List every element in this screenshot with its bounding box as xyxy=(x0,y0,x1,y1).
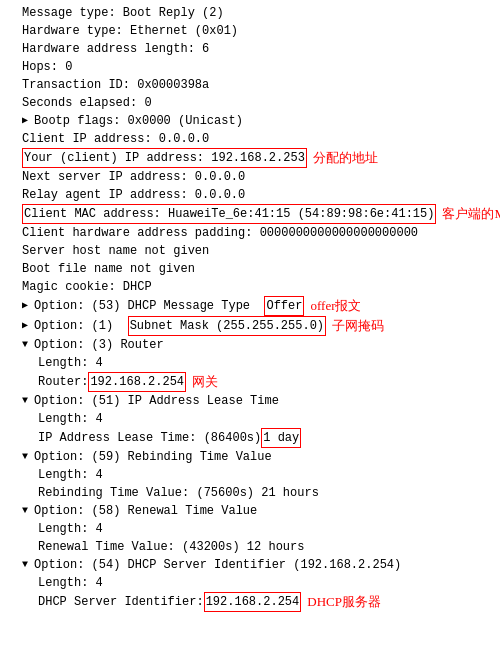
line-renewal-value: Renewal Time Value: (43200s) 12 hours xyxy=(6,538,494,556)
option-1-prefix: Option: (1) xyxy=(34,317,128,335)
line-relay-agent: Relay agent IP address: 0.0.0.0 xyxy=(6,186,494,204)
line-boot-file: Boot file name not given xyxy=(6,260,494,278)
line-text: Seconds elapsed: 0 xyxy=(22,94,152,112)
line-hops: Hops: 0 xyxy=(6,58,494,76)
option-3-text: Option: (3) Router xyxy=(34,336,164,354)
expand-arrow-53[interactable] xyxy=(22,297,34,315)
highlight-subnet: Subnet Mask (255.255.255.0) xyxy=(128,316,326,336)
line-seconds: Seconds elapsed: 0 xyxy=(6,94,494,112)
line-your-ip: Your (client) IP address: 192.168.2.253 … xyxy=(6,148,494,168)
line-text: Hardware type: Ethernet (0x01) xyxy=(22,22,238,40)
expand-arrow-3[interactable] xyxy=(22,336,34,354)
annotation-subnet: 子网掩码 xyxy=(332,317,384,335)
line-text: Transaction ID: 0x0000398a xyxy=(22,76,209,94)
line-hw-padding: Client hardware address padding: 0000000… xyxy=(6,224,494,242)
line-text: Length: 4 xyxy=(38,520,103,538)
highlight-client-mac: Client MAC address: HuaweiTe_6e:41:15 (5… xyxy=(22,204,436,224)
line-router-length: Length: 4 xyxy=(6,354,494,372)
highlight-lease-day: 1 day xyxy=(261,428,301,448)
line-client-ip: Client IP address: 0.0.0.0 xyxy=(6,130,494,148)
line-message-type: Message type: Boot Reply (2) xyxy=(6,4,494,22)
expand-arrow-51[interactable] xyxy=(22,392,34,410)
annotation-client-mac: 客户端的MAC地址 xyxy=(442,205,500,223)
line-server-id-value: DHCP Server Identifier: 192.168.2.254 DH… xyxy=(6,592,494,612)
expand-arrow[interactable] xyxy=(22,112,34,130)
line-text: Magic cookie: DHCP xyxy=(22,278,152,296)
annotation-offer: offer报文 xyxy=(310,297,361,315)
highlight-router: 192.168.2.254 xyxy=(88,372,186,392)
line-text: Hardware address length: 6 xyxy=(22,40,209,58)
highlight-offer: Offer xyxy=(264,296,304,316)
line-text: Rebinding Time Value: (75600s) 21 hours xyxy=(38,484,319,502)
line-option-54[interactable]: Option: (54) DHCP Server Identifier (192… xyxy=(6,556,494,574)
line-option-58[interactable]: Option: (58) Renewal Time Value xyxy=(6,502,494,520)
line-text: Bootp flags: 0x0000 (Unicast) xyxy=(34,112,243,130)
annotation-gateway: 网关 xyxy=(192,373,218,391)
line-magic-cookie: Magic cookie: DHCP xyxy=(6,278,494,296)
annotation-assigned-address: 分配的地址 xyxy=(313,149,378,167)
line-hardware-type: Hardware type: Ethernet (0x01) xyxy=(6,22,494,40)
expand-arrow-1[interactable] xyxy=(22,317,34,335)
option-54-text: Option: (54) DHCP Server Identifier (192… xyxy=(34,556,401,574)
line-rebinding-value: Rebinding Time Value: (75600s) 21 hours xyxy=(6,484,494,502)
line-option-3[interactable]: Option: (3) Router xyxy=(6,336,494,354)
line-text: Length: 4 xyxy=(38,410,103,428)
line-text: Hops: 0 xyxy=(22,58,72,76)
option-53-prefix: Option: (53) DHCP Message Type xyxy=(34,297,264,315)
expand-arrow-54[interactable] xyxy=(22,556,34,574)
line-server-hostname: Server host name not given xyxy=(6,242,494,260)
line-server-id-length: Length: 4 xyxy=(6,574,494,592)
option-51-text: Option: (51) IP Address Lease Time xyxy=(34,392,279,410)
line-router-value: Router: 192.168.2.254 网关 xyxy=(6,372,494,392)
highlight-your-ip: Your (client) IP address: 192.168.2.253 xyxy=(22,148,307,168)
line-text: Boot file name not given xyxy=(22,260,195,278)
line-text: Renewal Time Value: (43200s) 12 hours xyxy=(38,538,304,556)
line-rebinding-length: Length: 4 xyxy=(6,466,494,484)
line-text: Relay agent IP address: 0.0.0.0 xyxy=(22,186,245,204)
line-text: Length: 4 xyxy=(38,466,103,484)
line-text: Message type: Boot Reply (2) xyxy=(22,4,224,22)
line-lease-length: Length: 4 xyxy=(6,410,494,428)
option-58-text: Option: (58) Renewal Time Value xyxy=(34,502,257,520)
line-option-53[interactable]: Option: (53) DHCP Message Type Offer off… xyxy=(6,296,494,316)
line-transaction-id: Transaction ID: 0x0000398a xyxy=(6,76,494,94)
line-bootp-flags[interactable]: Bootp flags: 0x0000 (Unicast) xyxy=(6,112,494,130)
line-renewal-length: Length: 4 xyxy=(6,520,494,538)
highlight-server-id: 192.168.2.254 xyxy=(204,592,302,612)
expand-arrow-59[interactable] xyxy=(22,448,34,466)
line-client-mac: Client MAC address: HuaweiTe_6e:41:15 (5… xyxy=(6,204,494,224)
line-text: Server host name not given xyxy=(22,242,209,260)
line-option-59[interactable]: Option: (59) Rebinding Time Value xyxy=(6,448,494,466)
annotation-dhcp-server: DHCP服务器 xyxy=(307,593,381,611)
line-lease-time: IP Address Lease Time: (86400s) 1 day xyxy=(6,428,494,448)
line-text: Client hardware address padding: 0000000… xyxy=(22,224,418,242)
expand-arrow-58[interactable] xyxy=(22,502,34,520)
line-option-1[interactable]: Option: (1) Subnet Mask (255.255.255.0) … xyxy=(6,316,494,336)
lease-prefix: IP Address Lease Time: (86400s) xyxy=(38,429,261,447)
line-option-51[interactable]: Option: (51) IP Address Lease Time xyxy=(6,392,494,410)
server-id-prefix: DHCP Server Identifier: xyxy=(38,593,204,611)
line-next-server: Next server IP address: 0.0.0.0 xyxy=(6,168,494,186)
line-text: Length: 4 xyxy=(38,354,103,372)
line-hardware-addr-len: Hardware address length: 6 xyxy=(6,40,494,58)
packet-detail-panel: Message type: Boot Reply (2) Hardware ty… xyxy=(0,0,500,616)
line-text: Length: 4 xyxy=(38,574,103,592)
line-text: Next server IP address: 0.0.0.0 xyxy=(22,168,245,186)
router-prefix: Router: xyxy=(38,373,88,391)
option-59-text: Option: (59) Rebinding Time Value xyxy=(34,448,272,466)
line-text: Client IP address: 0.0.0.0 xyxy=(22,130,209,148)
